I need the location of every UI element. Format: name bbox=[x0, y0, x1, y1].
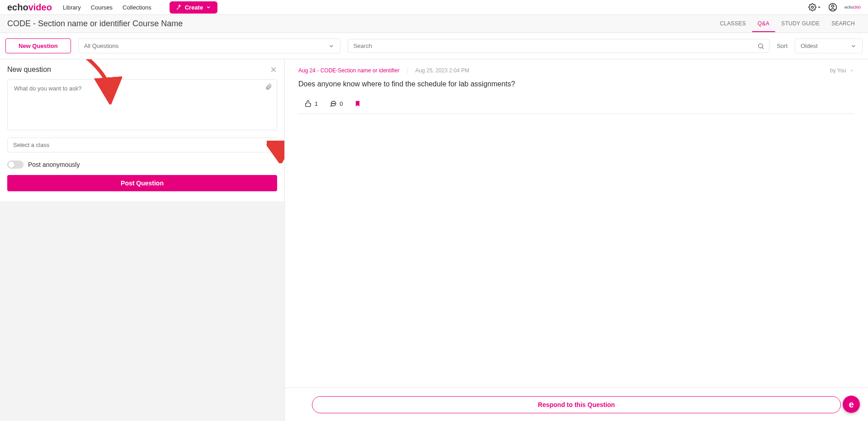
svg-marker-1 bbox=[818, 7, 820, 8]
svg-point-12 bbox=[335, 103, 335, 104]
reply-count: 0 bbox=[340, 100, 343, 107]
search-icon[interactable] bbox=[757, 43, 764, 50]
svg-point-10 bbox=[332, 103, 333, 104]
bookmark-button[interactable] bbox=[354, 100, 361, 107]
settings-menu[interactable] bbox=[808, 3, 821, 11]
questions-filter-value: All Questions bbox=[84, 43, 119, 49]
questions-filter-select[interactable]: All Questions bbox=[78, 38, 340, 53]
search-box[interactable] bbox=[348, 39, 769, 53]
question-textarea-wrap[interactable] bbox=[7, 79, 277, 130]
topnav-right: echo360 bbox=[808, 3, 861, 12]
speech-bubble-icon bbox=[330, 100, 337, 107]
chevron-down-icon bbox=[265, 142, 271, 148]
tab-study-guide[interactable]: STUDY GUIDE bbox=[775, 15, 826, 32]
svg-point-11 bbox=[333, 103, 334, 104]
svg-point-0 bbox=[811, 6, 814, 9]
chevron-down-icon bbox=[328, 43, 335, 49]
thumbs-up-icon bbox=[305, 100, 312, 107]
post-question-button[interactable]: Post Question bbox=[7, 175, 277, 191]
reply-button[interactable]: 0 bbox=[330, 100, 343, 107]
respond-button[interactable]: Respond to this Question bbox=[312, 396, 841, 413]
class-select-placeholder: Select a class bbox=[13, 142, 49, 148]
like-button[interactable]: 1 bbox=[305, 100, 318, 107]
nav-link-collections[interactable]: Collections bbox=[123, 4, 151, 11]
chevron-down-icon bbox=[849, 68, 854, 73]
like-count: 1 bbox=[315, 100, 318, 107]
new-question-button[interactable]: New Question bbox=[5, 38, 71, 53]
anonymous-toggle[interactable] bbox=[7, 161, 24, 169]
magic-icon bbox=[176, 4, 182, 10]
svg-line-5 bbox=[762, 47, 764, 48]
tab-classes[interactable]: CLASSES bbox=[714, 15, 751, 32]
left-panel: New question Select a class Post a bbox=[0, 59, 285, 421]
help-bubble-label: e bbox=[849, 399, 854, 410]
right-panel: Aug 24 - CODE-Section name or identifier… bbox=[285, 59, 868, 421]
svg-point-3 bbox=[831, 5, 834, 7]
question-class-link[interactable]: Aug 24 - CODE-Section name or identifier bbox=[298, 67, 399, 74]
question-author[interactable]: by You bbox=[830, 67, 854, 74]
class-select[interactable]: Select a class bbox=[7, 137, 277, 152]
new-question-form: New question Select a class Post a bbox=[0, 59, 284, 201]
tab-qa[interactable]: Q&A bbox=[752, 15, 775, 32]
respond-bar: Respond to this Question bbox=[285, 388, 868, 421]
course-title: CODE - Section name or identifier Course… bbox=[7, 19, 183, 28]
bookmark-icon bbox=[354, 100, 361, 107]
paperclip-icon[interactable] bbox=[265, 83, 272, 90]
filter-bar: New Question All Questions Sort Oldest bbox=[0, 33, 868, 59]
course-tabs: CLASSES Q&A STUDY GUIDE SEARCH bbox=[714, 15, 861, 32]
close-icon[interactable] bbox=[270, 66, 277, 73]
question-meta: Aug 24 - CODE-Section name or identifier… bbox=[298, 67, 854, 74]
create-button[interactable]: Create bbox=[170, 1, 217, 14]
svg-point-4 bbox=[759, 43, 763, 47]
main-split: New question Select a class Post a bbox=[0, 59, 868, 421]
gear-icon bbox=[808, 3, 816, 11]
anonymous-row: Post anonymously bbox=[7, 161, 277, 169]
form-title: New question bbox=[7, 66, 51, 74]
meta-separator: | bbox=[406, 67, 408, 74]
top-nav: echovideo Library Courses Collections Cr… bbox=[0, 0, 868, 15]
brand-logo[interactable]: echovideo bbox=[7, 2, 52, 13]
question-detail: Aug 24 - CODE-Section name or identifier… bbox=[285, 59, 868, 388]
tab-search[interactable]: SEARCH bbox=[826, 15, 861, 32]
question-date: Aug 25, 2023 2:04 PM bbox=[415, 67, 469, 74]
anonymous-label: Post anonymously bbox=[28, 161, 80, 168]
caret-down-icon bbox=[817, 5, 821, 9]
sort-label: Sort bbox=[777, 43, 788, 49]
question-text: Does anyone know where to find the sched… bbox=[298, 80, 854, 88]
course-header: CODE - Section name or identifier Course… bbox=[0, 15, 868, 33]
chevron-down-icon bbox=[206, 5, 211, 10]
search-input[interactable] bbox=[353, 42, 757, 50]
logo-text-video: video bbox=[28, 2, 52, 13]
logo-text-echo: echo bbox=[7, 2, 28, 13]
question-actions: 1 0 bbox=[298, 100, 854, 114]
account-icon[interactable] bbox=[828, 3, 837, 12]
sort-value: Oldest bbox=[801, 43, 818, 49]
nav-links: Library Courses Collections Create bbox=[63, 1, 217, 14]
org-logo[interactable]: echo360 bbox=[844, 5, 861, 9]
question-textarea[interactable] bbox=[13, 84, 271, 124]
create-button-label: Create bbox=[185, 4, 203, 11]
help-bubble[interactable]: e bbox=[843, 396, 860, 413]
nav-link-library[interactable]: Library bbox=[63, 4, 81, 11]
chevron-down-icon bbox=[850, 43, 857, 49]
sort-select[interactable]: Oldest bbox=[795, 38, 863, 53]
nav-link-courses[interactable]: Courses bbox=[91, 4, 113, 11]
